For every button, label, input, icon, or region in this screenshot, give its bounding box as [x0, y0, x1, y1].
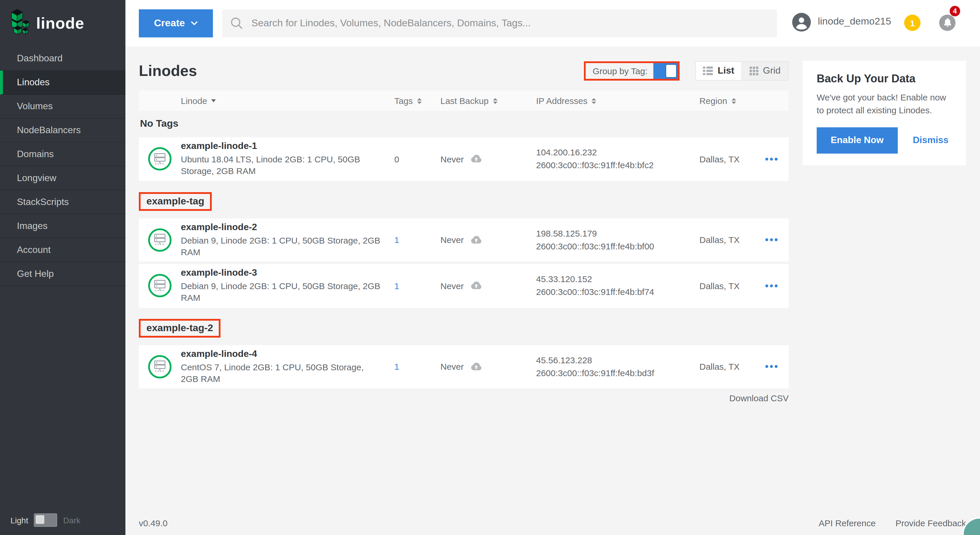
backup-cloud-icon [469, 235, 482, 245]
tag-group: example-tag-2 example-linode-4 CentOS 7,… [139, 319, 789, 388]
linode-row: example-linode-3 Debian 9, Linode 2GB: 1… [139, 264, 789, 308]
linode-name[interactable]: example-linode-2 [181, 222, 386, 232]
footer: v0.49.0 API ReferenceProvide Feedback [139, 518, 966, 528]
sidebar-item-stackscripts[interactable]: StackScripts [0, 190, 126, 214]
ipv6-address: 2600:3c00::f03c:91ff:fe4b:bf00 [536, 240, 698, 253]
download-csv-link[interactable]: Download CSV [729, 393, 789, 403]
theme-toggle[interactable]: Light Dark [11, 513, 81, 527]
ipv4-address: 45.33.120.152 [536, 273, 698, 286]
user-avatar[interactable] [792, 13, 811, 32]
sidebar: linode Dashboard Linodes Volumes NodeBal… [0, 0, 126, 535]
ip-addresses-cell: 198.58.125.179 2600:3c00::f03c:91ff:fe4b… [535, 227, 698, 253]
view-grid-button[interactable]: Grid [742, 61, 789, 80]
sort-icon [731, 98, 736, 104]
sidebar-item-domains[interactable]: Domains [0, 142, 126, 166]
search-bar [222, 10, 777, 37]
column-header-ip-addresses[interactable]: IP Addresses [535, 96, 698, 106]
column-header-last-backup[interactable]: Last Backup [439, 96, 535, 106]
linode-specs: Debian 9, Linode 2GB: 1 CPU, 50GB Storag… [181, 235, 386, 258]
sidebar-nav: Dashboard Linodes Volumes NodeBalancers … [0, 47, 126, 286]
ipv4-address: 45.56.123.228 [536, 354, 698, 367]
create-button-label: Create [154, 18, 185, 29]
sidebar-item-get-help[interactable]: Get Help [0, 262, 126, 286]
last-backup-cell: Never [439, 362, 535, 372]
user-icon [792, 13, 811, 32]
sidebar-item-linodes[interactable]: Linodes [0, 71, 126, 94]
tag-group: example-tag example-linode-2 Debian 9, L… [139, 192, 789, 308]
region-cell: Dallas, TX [698, 362, 754, 372]
column-header-linode[interactable]: Linode [181, 96, 386, 106]
ipv4-address: 104.200.16.232 [536, 146, 698, 159]
tag-group: No Tags example-linode-1 Ubuntu 18.04 LT… [139, 118, 789, 181]
status-running-icon [148, 228, 172, 252]
view-list-button[interactable]: List [695, 61, 742, 80]
sort-icon [417, 98, 422, 104]
tags-count-link[interactable]: 1 [395, 362, 399, 372]
server-icon [152, 279, 167, 293]
row-actions-menu[interactable] [754, 158, 789, 161]
linode-specs: CentOS 7, Linode 2GB: 1 CPU, 50GB Storag… [181, 361, 386, 385]
backup-card-title: Back Up Your Data [817, 72, 952, 85]
notifications-count-badge: 4 [950, 6, 960, 16]
linode-row: example-linode-1 Ubuntu 18.04 LTS, Linod… [139, 137, 789, 181]
linode-name[interactable]: example-linode-1 [181, 141, 386, 151]
grid-view-icon [749, 66, 758, 75]
group-by-tag-toggle[interactable] [653, 63, 678, 78]
linode-logo-icon [11, 9, 30, 38]
content-area: Linodes Group by Tag: [126, 47, 980, 535]
linode-specs: Debian 9, Linode 2GB: 1 CPU, 50GB Storag… [181, 280, 386, 304]
linode-logo[interactable]: linode [0, 0, 126, 40]
theme-toggle-switch[interactable] [34, 513, 57, 527]
tag-group-label: example-tag [139, 192, 212, 211]
chevron-down-icon [191, 21, 198, 26]
linode-name[interactable]: example-linode-3 [181, 267, 386, 278]
sidebar-item-images[interactable]: Images [0, 214, 126, 238]
server-icon [152, 233, 167, 248]
last-backup-cell: Never [439, 235, 535, 245]
dismiss-backups-link[interactable]: Dismiss [913, 135, 948, 145]
tags-count-link[interactable]: 1 [395, 281, 399, 291]
username[interactable]: linode_demo215 [818, 16, 891, 27]
credits-badge[interactable]: 1 [904, 14, 921, 31]
annotation-box-group-by-tag: Group by Tag: [584, 61, 679, 80]
create-button[interactable]: Create [139, 10, 213, 37]
view-grid-label: Grid [763, 65, 781, 76]
row-actions-menu[interactable] [754, 365, 789, 368]
tags-count-link[interactable]: 1 [395, 235, 399, 245]
backup-promo-card: Back Up Your Data We've got your back! E… [803, 61, 966, 165]
server-icon [152, 152, 167, 166]
provide-feedback-link[interactable]: Provide Feedback [896, 518, 966, 528]
group-by-tag-toggle-knob [666, 64, 676, 77]
ip-addresses-cell: 45.56.123.228 2600:3c00::f03c:91ff:fe4b:… [535, 354, 698, 380]
tag-group-label: No Tags [140, 118, 178, 129]
row-actions-menu[interactable] [754, 239, 789, 241]
ipv6-address: 2600:3c00::f03c:91ff:fe4b:bd3f [536, 367, 698, 380]
sidebar-item-dashboard[interactable]: Dashboard [0, 47, 126, 71]
download-csv-row: Download CSV [139, 393, 789, 403]
page-title: Linodes [139, 62, 197, 80]
sidebar-item-nodebalancers[interactable]: NodeBalancers [0, 118, 126, 142]
notifications-button[interactable] [939, 14, 956, 31]
status-running-icon [148, 274, 172, 297]
row-actions-menu[interactable] [754, 284, 789, 287]
sidebar-item-longview[interactable]: Longview [0, 166, 126, 190]
linode-row: example-linode-2 Debian 9, Linode 2GB: 1… [139, 218, 789, 262]
column-header-region[interactable]: Region [698, 96, 754, 106]
region-cell: Dallas, TX [698, 154, 754, 164]
sidebar-item-volumes[interactable]: Volumes [0, 94, 126, 118]
group-by-tag-label: Group by Tag: [593, 66, 648, 76]
annotation-box-example-tag-2: example-tag-2 [139, 319, 789, 337]
list-view-icon [703, 66, 713, 75]
table-header: Linode Tags Last Backup IP Addresses Reg… [139, 91, 789, 111]
region-cell: Dallas, TX [698, 235, 754, 245]
search-input[interactable] [250, 17, 769, 30]
linode-row: example-linode-4 CentOS 7, Linode 2GB: 1… [139, 345, 789, 388]
sort-desc-icon [211, 99, 216, 102]
linode-name[interactable]: example-linode-4 [181, 348, 386, 359]
column-header-tags[interactable]: Tags [386, 96, 439, 106]
status-running-icon [148, 147, 172, 171]
enable-backups-button[interactable]: Enable Now [817, 127, 897, 153]
api-reference-link[interactable]: API Reference [819, 518, 876, 528]
region-cell: Dallas, TX [698, 281, 754, 291]
sidebar-item-account[interactable]: Account [0, 238, 126, 262]
